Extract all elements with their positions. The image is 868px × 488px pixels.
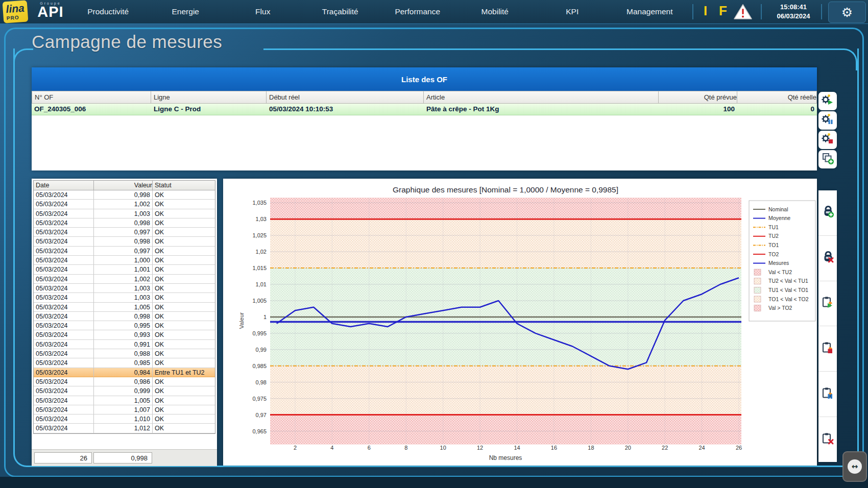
clipboard-play-button[interactable] (818, 281, 837, 327)
measure-row[interactable]: 05/03/20240,995OK (34, 321, 215, 330)
valeur-cell: 0,991 (94, 340, 153, 349)
statut-cell: OK (153, 303, 215, 312)
date-cell: 05/03/2024 (34, 386, 94, 396)
svg-text:22: 22 (662, 445, 668, 451)
measure-row[interactable]: 05/03/20241,000OK (34, 256, 215, 265)
of-col-debut: Début réel (267, 91, 424, 104)
svg-text:0,965: 0,965 (252, 428, 267, 434)
kettlebell-delete-icon (821, 250, 835, 266)
date-cell: 05/03/2024 (34, 321, 94, 330)
date-cell: 05/03/2024 (34, 293, 94, 302)
valeur-cell: 1,003 (94, 293, 153, 302)
measure-row[interactable]: 05/03/20240,984Entre TU1 et TU2 (34, 368, 215, 377)
statut-cell: OK (153, 414, 215, 424)
remote-support-badge[interactable]: ↔ (842, 451, 867, 482)
measures-col-valeur: Valeur (94, 181, 153, 190)
menu-item-kpi[interactable]: KPI (534, 0, 611, 23)
clipboard-stop-icon (821, 341, 835, 357)
valeur-cell: 1,003 (94, 284, 153, 293)
measure-row[interactable]: 05/03/20240,997OK (34, 228, 215, 237)
measure-row[interactable]: 05/03/20241,002OK (34, 275, 215, 284)
date-cell: 05/03/2024 (34, 303, 94, 312)
statut-cell: OK (153, 190, 215, 200)
date-cell: 05/03/2024 (34, 275, 94, 284)
measure-row[interactable]: 05/03/20240,998OK (34, 312, 215, 321)
menu-item-mobilite[interactable]: Mobilité (456, 0, 534, 23)
settings-button[interactable]: ⚙ (828, 2, 866, 23)
measures-header-row: Date Valeur Statut (34, 181, 215, 190)
menu-item-energie[interactable]: Energie (147, 0, 225, 23)
kettlebell-add-button[interactable] (818, 190, 837, 236)
svg-text:0,99: 0,99 (256, 347, 267, 353)
menu-item-productivite[interactable]: Productivité (69, 0, 147, 23)
measure-row[interactable]: 05/03/20241,003OK (34, 209, 215, 218)
statut-cell: OK (153, 218, 215, 228)
svg-text:TU1 < Val < TO1: TU1 < Val < TO1 (768, 287, 808, 293)
of-list-panel: Liste des OF N° OF Ligne Début réel Arti… (32, 67, 817, 170)
of-table-row[interactable]: OF_240305_006 Ligne C - Prod 05/03/2024 … (32, 104, 817, 115)
copy-add-button[interactable] (818, 150, 837, 168)
clipboard-pause-button[interactable] (818, 372, 837, 417)
measure-row[interactable]: 05/03/20241,010OK (34, 414, 215, 424)
measure-row[interactable]: 05/03/20240,997OK (34, 247, 215, 256)
menu-item-flux[interactable]: Flux (224, 0, 302, 23)
statut-cell: OK (153, 265, 215, 274)
measure-row[interactable]: 05/03/20241,012OK (34, 424, 215, 433)
measure-row[interactable]: 05/03/20241,002OK (34, 200, 215, 209)
api-groupe-logo[interactable]: Groupe API (33, 2, 68, 19)
clipboard-stop-button[interactable] (818, 326, 837, 372)
measure-row[interactable]: 05/03/20241,005OK (34, 303, 215, 312)
statut-cell: OK (153, 349, 215, 358)
date-cell: 05/03/2024 (34, 200, 94, 209)
date-cell: 05/03/2024 (34, 330, 94, 339)
warning-triangle-icon[interactable] (733, 4, 753, 20)
svg-text:6: 6 (368, 445, 371, 451)
date-cell: 05/03/2024 (34, 209, 94, 218)
measure-row[interactable]: 05/03/20241,001OK (34, 265, 215, 274)
kettlebell-delete-button[interactable] (818, 236, 837, 281)
measure-row[interactable]: 05/03/20240,991OK (34, 340, 215, 349)
measure-row[interactable]: 05/03/20241,005OK (34, 396, 215, 405)
measure-row[interactable]: 05/03/20241,003OK (34, 284, 215, 293)
menu-item-management[interactable]: Management (611, 0, 689, 23)
measure-row[interactable]: 05/03/20240,998OK (34, 190, 215, 200)
valeur-cell: 0,998 (94, 312, 153, 321)
menu-item-performance[interactable]: Performance (379, 0, 456, 23)
date-cell: 05/03/2024 (34, 218, 94, 228)
valeur-cell: 0,998 (94, 190, 153, 200)
measure-row[interactable]: 05/03/20240,988OK (34, 349, 215, 358)
svg-text:Nominal: Nominal (768, 206, 788, 212)
statut-cell: OK (153, 293, 215, 302)
page-title: Campagne de mesures (32, 32, 222, 52)
measure-row[interactable]: 05/03/20241,007OK (34, 405, 215, 414)
svg-text:Nb mesures: Nb mesures (489, 454, 522, 461)
svg-text:1: 1 (263, 314, 267, 320)
gear-pause-button[interactable] (818, 111, 837, 130)
measure-row[interactable]: 05/03/20240,999OK (34, 386, 215, 396)
svg-text:20: 20 (625, 445, 631, 451)
measure-row[interactable]: 05/03/20240,993OK (34, 330, 215, 339)
logo-lina-text: lina (3, 0, 28, 15)
statut-cell: OK (153, 200, 215, 209)
svg-text:Val < TU2: Val < TU2 (768, 269, 792, 275)
measure-row[interactable]: 05/03/20240,986OK (34, 377, 215, 386)
svg-text:0,98: 0,98 (256, 379, 267, 385)
svg-text:TU1: TU1 (768, 224, 779, 230)
clipboard-cancel-button[interactable] (818, 417, 837, 462)
measure-row[interactable]: 05/03/20240,998OK (34, 218, 215, 228)
measure-row[interactable]: 05/03/20241,003OK (34, 293, 215, 302)
valeur-cell: 0,998 (94, 237, 153, 246)
measure-row[interactable]: 05/03/20240,985OK (34, 358, 215, 368)
gear-stop-button[interactable] (818, 131, 837, 149)
application-window: lina PRO Groupe API Productivité Energie… (0, 0, 868, 488)
svg-text:26: 26 (736, 445, 742, 451)
menu-item-tracabilite[interactable]: Traçabilité (302, 0, 379, 23)
svg-text:Mesures: Mesures (768, 260, 789, 266)
date-cell: 05/03/2024 (34, 190, 94, 200)
statut-cell: OK (153, 321, 215, 330)
lina-pro-logo[interactable]: lina PRO (3, 0, 29, 23)
gear-play-button[interactable] (818, 92, 837, 110)
gear-play-icon (821, 93, 835, 109)
measure-row[interactable]: 05/03/20240,998OK (34, 237, 215, 246)
indicator-i: I (704, 3, 707, 19)
